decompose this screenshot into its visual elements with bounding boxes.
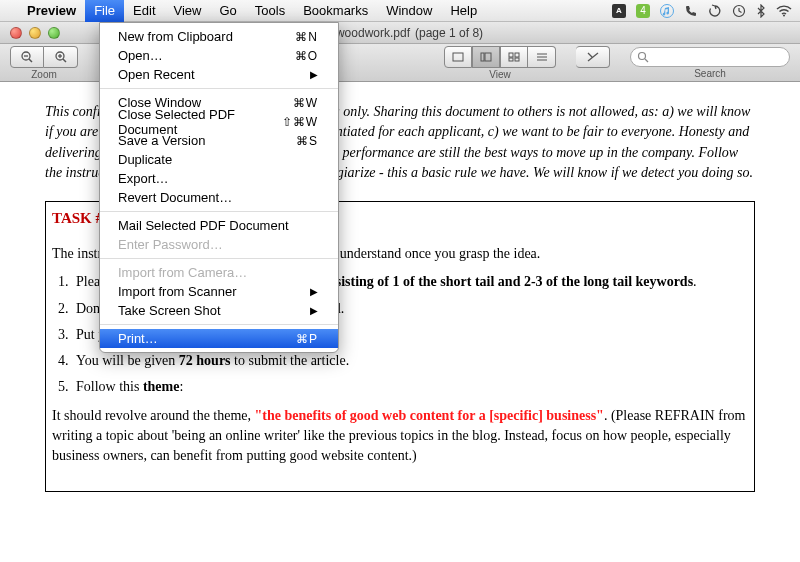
menu-go[interactable]: Go	[210, 0, 245, 22]
phone-icon[interactable]	[684, 4, 698, 18]
search-label: Search	[694, 68, 726, 79]
svg-rect-11	[481, 53, 484, 61]
view-mode-1[interactable]	[444, 46, 472, 68]
menu-view[interactable]: View	[165, 0, 211, 22]
menu-bookmarks[interactable]: Bookmarks	[294, 0, 377, 22]
close-button[interactable]	[10, 27, 22, 39]
search-group: Search	[630, 47, 790, 79]
menu-item-enter-password: Enter Password…	[100, 235, 338, 254]
zoom-out-button[interactable]	[10, 46, 44, 68]
svg-rect-14	[515, 53, 519, 57]
edit-toolbar-button[interactable]	[576, 46, 610, 68]
window-title: woodwork.pdf (page 1 of 8)	[317, 25, 483, 41]
menubar-status: A 4	[612, 4, 792, 18]
menu-item-print[interactable]: Print…⌘P	[100, 329, 338, 348]
wifi-icon[interactable]	[776, 5, 792, 17]
svg-point-2	[783, 14, 785, 16]
svg-line-5	[29, 59, 32, 62]
adobe-icon[interactable]: A	[612, 4, 626, 18]
menu-item-open[interactable]: Open…⌘O	[100, 46, 338, 65]
svg-line-21	[645, 59, 648, 62]
view-mode-3[interactable]	[500, 46, 528, 68]
edit-toolbar-group	[576, 46, 610, 80]
step-4: You will be given 72 hours to submit the…	[72, 351, 748, 371]
sync-icon[interactable]	[708, 4, 722, 18]
svg-rect-12	[485, 53, 491, 61]
theme-paragraph: It should revolve around the theme, "the…	[52, 406, 748, 467]
menu-separator	[100, 211, 338, 212]
menu-item-export[interactable]: Export…	[100, 169, 338, 188]
menu-item-close-selected-pdf-document[interactable]: Close Selected PDF Document⇧⌘W	[100, 112, 338, 131]
clock-icon[interactable]	[732, 4, 746, 18]
search-icon	[637, 51, 649, 63]
menu-item-open-recent[interactable]: Open Recent▶	[100, 65, 338, 84]
svg-point-20	[639, 52, 646, 59]
notification-badge[interactable]: 4	[636, 4, 650, 18]
menu-separator	[100, 324, 338, 325]
svg-line-9	[63, 59, 66, 62]
menubar: Preview FileEditViewGoToolsBookmarksWind…	[0, 0, 800, 22]
app-menu[interactable]: Preview	[18, 0, 85, 22]
menu-item-new-from-clipboard[interactable]: New from Clipboard⌘N	[100, 27, 338, 46]
title-filename: woodwork.pdf	[336, 26, 410, 40]
svg-rect-13	[509, 53, 513, 57]
menu-separator	[100, 88, 338, 89]
bluetooth-icon[interactable]	[756, 4, 766, 18]
menu-window[interactable]: Window	[377, 0, 441, 22]
itunes-icon[interactable]	[660, 4, 674, 18]
svg-point-0	[661, 4, 674, 17]
view-mode-2[interactable]	[472, 46, 500, 68]
menu-help[interactable]: Help	[441, 0, 486, 22]
zoom-group: Zoom	[10, 46, 78, 80]
menu-edit[interactable]: Edit	[124, 0, 164, 22]
minimize-button[interactable]	[29, 27, 41, 39]
title-pages: (page 1 of 8)	[415, 26, 483, 40]
menu-file[interactable]: File	[85, 0, 124, 22]
menu-item-take-screen-shot[interactable]: Take Screen Shot▶	[100, 301, 338, 320]
zoom-in-button[interactable]	[44, 46, 78, 68]
zoom-label: Zoom	[31, 69, 57, 80]
menu-item-revert-document[interactable]: Revert Document…	[100, 188, 338, 207]
view-label: View	[489, 69, 511, 80]
svg-rect-16	[515, 58, 519, 61]
menu-item-import-from-camera: Import from Camera…	[100, 263, 338, 282]
svg-rect-10	[453, 53, 463, 61]
menu-separator	[100, 258, 338, 259]
traffic-lights	[0, 27, 60, 39]
search-field[interactable]	[630, 47, 790, 67]
view-mode-4[interactable]	[528, 46, 556, 68]
menu-item-import-from-scanner[interactable]: Import from Scanner▶	[100, 282, 338, 301]
zoom-button[interactable]	[48, 27, 60, 39]
file-menu-dropdown: New from Clipboard⌘NOpen…⌘OOpen Recent▶C…	[99, 22, 339, 353]
menu-item-mail-selected-pdf-document[interactable]: Mail Selected PDF Document	[100, 216, 338, 235]
step-5: Follow this theme:	[72, 377, 748, 397]
svg-rect-15	[509, 58, 513, 61]
menu-tools[interactable]: Tools	[246, 0, 294, 22]
view-group: View	[444, 46, 556, 80]
menu-item-duplicate[interactable]: Duplicate	[100, 150, 338, 169]
